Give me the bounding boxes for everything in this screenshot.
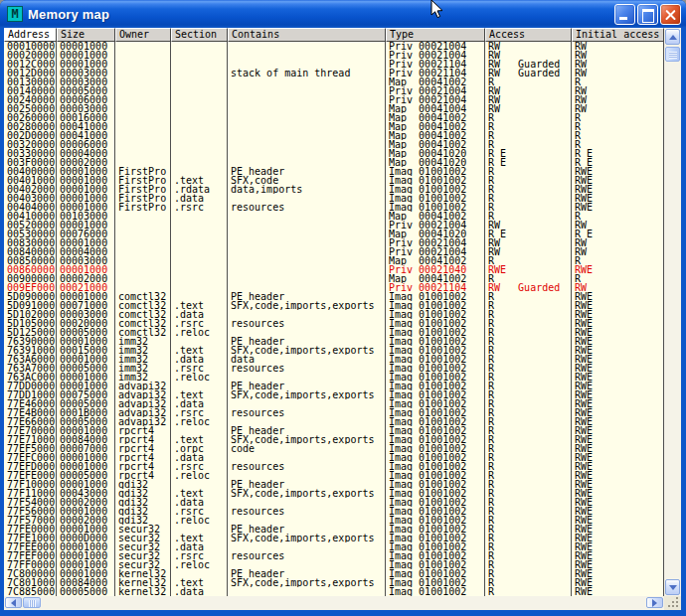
close-button[interactable]	[660, 4, 681, 25]
table-row[interactable]: 77F1100000043000gdi32.textSFX,code,impor…	[4, 489, 664, 498]
table-row[interactable]: 77E6600000005000advapi32.relocImag 01001…	[4, 417, 664, 426]
scroll-up-button[interactable]	[665, 29, 680, 45]
table-row[interactable]: 0024000000006000Priv 00021004RWRW	[4, 95, 664, 104]
table-row[interactable]: 77EF500000007000rpcrt4.orpccodeImag 0100…	[4, 444, 664, 453]
minimize-button[interactable]	[614, 4, 635, 25]
cell-section	[171, 265, 228, 274]
table-row[interactable]: 0052000000001000Priv 00021004RWRW	[4, 221, 664, 230]
scroll-down-button[interactable]	[665, 579, 680, 595]
table-row[interactable]: 0013000000003000Map 00041002RR	[4, 77, 664, 86]
table-row[interactable]: 0012C00000001000Priv 00021104RW GuardedR…	[4, 60, 664, 69]
column-header-size[interactable]: Size	[57, 28, 115, 42]
table-row[interactable]: 0085000000003000Map 00041002RR	[4, 256, 664, 265]
cell-contains: PE header	[228, 569, 386, 578]
table-row[interactable]: 77F5400000002000gdi32.dataImag 01001002R…	[4, 498, 664, 507]
table-row[interactable]: 763AC00000001000imm32.relocImag 01001002…	[4, 373, 664, 382]
column-header-address[interactable]: Address	[4, 28, 57, 42]
table-row[interactable]: 77F5700000002000gdi32.relocImag 01001002…	[4, 516, 664, 525]
table-row[interactable]: 77F5600000001000gdi32.rsrcresourcesImag …	[4, 507, 664, 516]
cell-size: 00005000	[57, 399, 115, 408]
cell-initial-access: RWE	[572, 382, 664, 390]
table-row[interactable]: 0026000000016000Map 00041002RR	[4, 113, 664, 122]
table-row[interactable]: 7639100000015000imm32.textSFX,code,impor…	[4, 346, 664, 355]
scroll-right-button[interactable]	[646, 597, 663, 608]
table-row[interactable]: 009EF00000021000Priv 00021104RW GuardedR…	[4, 283, 664, 292]
table-row[interactable]: 77DD000000001000advapi32PE headerImag 01…	[4, 382, 664, 390]
table-row[interactable]: 77FEF00000001000secur32.rsrcresourcesIma…	[4, 551, 664, 560]
table-row[interactable]: 77F1000000001000gdi32PE headerImag 01001…	[4, 480, 664, 489]
cell-address: 00010000	[4, 42, 57, 51]
table-row[interactable]: 77E7000000001000rpcrt4PE headerImag 0100…	[4, 426, 664, 435]
column-header-contains[interactable]: Contains	[228, 28, 386, 42]
table-row[interactable]: 002D000000041000Map 00041002RR	[4, 131, 664, 140]
resize-grip[interactable]	[664, 596, 681, 610]
table-row[interactable]: 0083000000001000Priv 00021004RWRW	[4, 238, 664, 247]
vertical-scroll-thumb[interactable]	[665, 47, 680, 62]
cell-access: R	[485, 364, 572, 373]
table-row[interactable]: 7C80000000001000kernel32PE headerImag 01…	[4, 569, 664, 578]
column-header-section[interactable]: Section	[171, 28, 228, 42]
cell-contains: resources	[228, 408, 386, 417]
table-row[interactable]: 77FE10000000D000secur32.textSFX,code,imp…	[4, 534, 664, 542]
table-row[interactable]: 5D12500000005000comctl32.relocImag 01001…	[4, 328, 664, 337]
table-row[interactable]: 0033000000004000Map 00041020R ER E	[4, 149, 664, 158]
table-row[interactable]: 77EFD00000001000rpcrt4.rsrcresourcesImag…	[4, 462, 664, 471]
table-row[interactable]: 0028000000041000Map 00041002RR	[4, 122, 664, 131]
table-row[interactable]: 5D09100000071000comctl32.textSFX,code,im…	[4, 301, 664, 310]
table-row[interactable]: 77E4600000005000advapi32.dataImag 010010…	[4, 399, 664, 408]
table-row[interactable]: 77FF000000001000secur32.relocImag 010010…	[4, 560, 664, 569]
column-header-access[interactable]: Access	[485, 28, 572, 42]
table-row[interactable]: 77E4B0000001B000advapi32.rsrcresourcesIm…	[4, 408, 664, 417]
vertical-scrollbar[interactable]	[664, 28, 681, 596]
horizontal-scrollbar[interactable]	[4, 596, 664, 610]
table-row[interactable]: 7C88500000005000kernel32.dataImag 010010…	[4, 587, 664, 596]
title-bar[interactable]: M Memory map	[0, 0, 686, 28]
table-row[interactable]: 5D10500000020000comctl32.rsrcresourcesIm…	[4, 319, 664, 328]
table-row[interactable]: 5D10200000003000comctl32.dataImag 010010…	[4, 310, 664, 319]
cell-owner: secur32	[115, 525, 171, 534]
column-header-type[interactable]: Type	[386, 28, 485, 42]
table-row[interactable]: 0040200000001000FirstPro.rdatadata,impor…	[4, 185, 664, 194]
window-controls	[614, 4, 681, 25]
table-row[interactable]: 0041000000103000Map 00041002RR	[4, 212, 664, 221]
table-row[interactable]: 77E7100000084000rpcrt4.textSFX,code,impo…	[4, 435, 664, 444]
table-row[interactable]: 0040100000001000FirstPro.textSFX,codeIma…	[4, 176, 664, 185]
column-header-owner[interactable]: Owner	[115, 28, 171, 42]
table-row[interactable]: 77FE000000001000secur32PE headerImag 010…	[4, 525, 664, 534]
maximize-button[interactable]	[637, 4, 658, 25]
table-row[interactable]: 0032000000006000Map 00041002RR	[4, 140, 664, 149]
table-row[interactable]: 0086000000001000Priv 00021040RWERWE	[4, 265, 664, 274]
table-row[interactable]: 0040400000001000FirstPro.rsrcresourcesIm…	[4, 203, 664, 212]
table-row[interactable]: 0040300000001000FirstPro.dataImag 010010…	[4, 194, 664, 203]
scroll-left-button[interactable]	[5, 597, 22, 608]
cell-contains	[228, 77, 386, 86]
table-row[interactable]: 77EFE00000005000rpcrt4.relocImag 0100100…	[4, 471, 664, 480]
table-row[interactable]: 7639000000001000imm32PE headerImag 01001…	[4, 337, 664, 346]
table-row[interactable]: 0053000000076000Map 00041020R ER E	[4, 230, 664, 238]
table-row[interactable]: 5D09000000001000comctl32PE headerImag 01…	[4, 292, 664, 301]
table-row[interactable]: 77EFC00000001000rpcrt4.dataImag 01001002…	[4, 453, 664, 462]
table-row[interactable]: 763A600000001000imm32.datadataImag 01001…	[4, 355, 664, 364]
table-row[interactable]: 77FEE00000001000secur32.dataImag 0100100…	[4, 542, 664, 551]
horizontal-scroll-thumb[interactable]	[23, 597, 41, 608]
table-row[interactable]: 763A700000005000imm32.rsrcresourcesImag …	[4, 364, 664, 373]
cell-contains	[228, 149, 386, 158]
table-row[interactable]: 0002000000001000Priv 00021004RWRW	[4, 51, 664, 60]
cell-contains: code	[228, 444, 386, 453]
table-row[interactable]: 77DD100000075000advapi32.textSFX,code,im…	[4, 390, 664, 399]
table-row[interactable]: 0001000000001000Priv 00021004RWRW	[4, 42, 664, 51]
table-row[interactable]: 0040000000001000FirstProPE headerImag 01…	[4, 167, 664, 176]
cell-address: 00530000	[4, 230, 57, 238]
column-header-initial-access[interactable]: Initial access	[572, 28, 664, 42]
cell-owner: advapi32	[115, 399, 171, 408]
table-row[interactable]: 0012D00000003000stack of main threadPriv…	[4, 69, 664, 77]
table-row[interactable]: 003F000000002000Map 00041020R ER E	[4, 158, 664, 167]
table-row[interactable]: 7C80100000084000kernel32.textSFX,code,im…	[4, 578, 664, 587]
cell-owner: gdi32	[115, 507, 171, 516]
cell-type: Imag 01001002	[386, 203, 485, 212]
table-row[interactable]: 0084000000004000Priv 00021004RWRW	[4, 247, 664, 256]
table-row[interactable]: 0090000000002000Map 00041002RR	[4, 274, 664, 283]
table-row[interactable]: 0025000000003000Map 00041004RWRW	[4, 104, 664, 113]
table-row[interactable]: 0014000000005000Priv 00021004RWRW	[4, 86, 664, 95]
cell-initial-access: RWE	[572, 203, 664, 212]
